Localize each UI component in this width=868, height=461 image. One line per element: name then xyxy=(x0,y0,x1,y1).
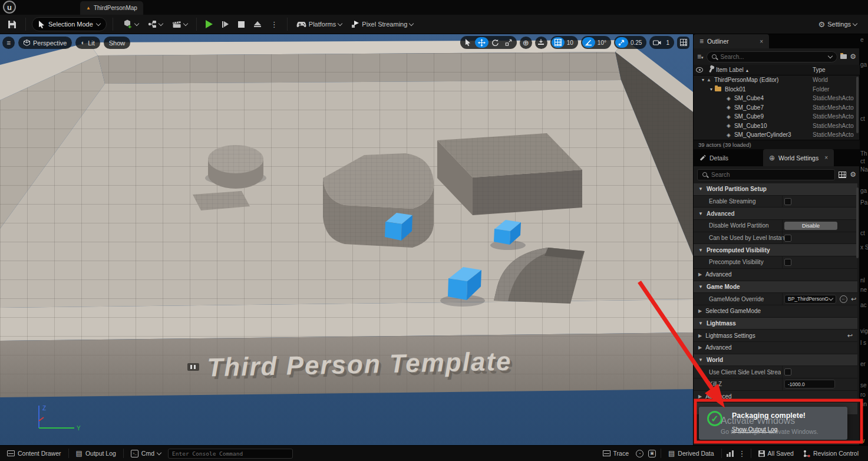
outliner-row-actor[interactable]: ◈ SM_Cube7 StaticMeshActor xyxy=(694,103,857,113)
outliner-row-actor[interactable]: ◈ SM_Cube9 StaticMeshActor xyxy=(694,112,857,121)
blueprints-button[interactable] xyxy=(145,18,166,30)
pin-column-header[interactable] xyxy=(705,67,716,73)
close-icon[interactable]: × xyxy=(760,38,763,45)
type-column-header[interactable]: Type xyxy=(813,67,826,73)
screenshot-icon[interactable]: ▣ xyxy=(648,450,656,457)
tab-outliner[interactable]: ≡ Outliner × xyxy=(694,34,769,48)
section-game-mode[interactable]: ▼ Game Mode xyxy=(694,281,857,294)
section-advanced[interactable]: ▼ Advanced xyxy=(694,208,857,220)
gamemode-override-dropdown[interactable]: BP_ThirdPersonG xyxy=(784,295,836,304)
details-settings-gear-icon[interactable]: ⚙ xyxy=(850,171,856,178)
outliner-row-actor[interactable]: ◈ SM_Cube10 StaticMeshActor xyxy=(694,121,857,131)
row-advanced-collapsed[interactable]: ▶ Advanced xyxy=(694,391,857,403)
all-saved-button[interactable]: All Saved xyxy=(756,449,796,458)
rotate-tool-button[interactable] xyxy=(489,37,502,48)
surface-snapping-button[interactable] xyxy=(535,37,547,49)
derived-data-button[interactable]: ▤ Derived Data xyxy=(666,449,717,458)
precompute-visibility-checkbox[interactable] xyxy=(784,259,791,266)
level-icon: ▲ xyxy=(86,6,91,11)
section-lightmass[interactable]: ▼ Lightmass xyxy=(694,318,857,330)
platforms-dropdown[interactable]: Platforms xyxy=(293,19,345,30)
level-tab[interactable]: ▲ ThirdPersonMap xyxy=(80,1,143,15)
show-output-log-link[interactable]: Show Output Log xyxy=(732,426,777,433)
section-world[interactable]: ▼ World xyxy=(694,354,857,367)
billboard-gizmo[interactable] xyxy=(187,363,199,371)
eject-button[interactable] xyxy=(251,19,264,29)
outliner-row-actor[interactable]: ◈ SM_Cube4 StaticMeshActor xyxy=(694,94,857,103)
cylinder-actor[interactable] xyxy=(208,145,263,189)
pixel-streaming-dropdown[interactable]: Pixel Streaming xyxy=(348,18,416,30)
camera-speed-control[interactable]: 1 xyxy=(649,36,674,49)
level-instance-checkbox[interactable] xyxy=(784,235,791,242)
disable-button[interactable]: Disable xyxy=(784,222,837,230)
add-actor-button[interactable]: + xyxy=(119,18,141,31)
reset-to-default-icon[interactable]: ↩ xyxy=(847,332,853,339)
outliner-row-world[interactable]: ▾ ▲ ThirdPersonMap (Editor) World xyxy=(694,75,857,85)
view-mode-dropdown[interactable]: ◐ Lit xyxy=(75,37,100,49)
performance-chart-icon[interactable] xyxy=(727,450,734,457)
revision-control-button[interactable]: Revision Control xyxy=(801,449,861,459)
outliner-toolbar: ≡▾ ⚙ xyxy=(694,48,860,65)
settings-dropdown[interactable]: ⚙ Settings xyxy=(816,19,860,30)
show-dropdown[interactable]: Show xyxy=(104,37,131,49)
cmd-dropdown[interactable]: >_ Cmd xyxy=(128,449,163,459)
perspective-dropdown[interactable]: Perspective xyxy=(18,37,72,49)
row-advanced-collapsed[interactable]: ▶ Advanced xyxy=(694,269,857,281)
display-options-icon[interactable] xyxy=(839,172,846,178)
outliner-scrollbar[interactable] xyxy=(856,77,859,133)
row-selected-gamemode[interactable]: ▶ Selected GameMode xyxy=(694,305,857,318)
section-precomputed-visibility[interactable]: ▼ Precomputed Visibility xyxy=(694,244,857,256)
content-drawer-button[interactable]: Content Drawer xyxy=(5,449,64,458)
outliner-row-folder[interactable]: ▾ Block01 Folder xyxy=(694,85,857,94)
outliner-row-actor[interactable]: ◈ SM_QuarterCylinder3 StaticMeshActor xyxy=(694,130,857,140)
new-folder-icon[interactable] xyxy=(840,53,847,60)
row-lightmass-settings[interactable]: ▶ Lightmass Settings ↩ xyxy=(694,330,857,342)
outliner-settings-gear-icon[interactable]: ⚙ xyxy=(850,53,856,60)
maximize-viewport-button[interactable] xyxy=(677,37,689,49)
viewport-options-menu[interactable]: ≡ xyxy=(2,37,15,49)
selection-mode-dropdown[interactable]: Selection Mode xyxy=(32,17,107,31)
enable-streaming-checkbox[interactable] xyxy=(784,198,791,205)
play-button[interactable] xyxy=(203,18,216,30)
scale-snap-control[interactable]: 0.25 xyxy=(614,36,646,49)
tab-world-settings[interactable]: ⊕ World Settings × xyxy=(763,149,834,166)
static-mesh-icon: ◈ xyxy=(727,96,731,101)
close-icon[interactable]: × xyxy=(824,154,828,161)
section-world-partition-setup[interactable]: ▼ World Partition Setup xyxy=(694,183,857,196)
frame-skip-button[interactable] xyxy=(219,19,232,29)
row-advanced-collapsed[interactable]: ▶ Advanced xyxy=(694,342,857,354)
expand-chevron-icon[interactable]: ▾ xyxy=(702,77,704,83)
trace-button[interactable]: Trace xyxy=(600,449,631,458)
scale-tool-button[interactable] xyxy=(502,37,516,48)
save-button[interactable] xyxy=(5,18,19,31)
item-label-column-header[interactable]: Item Label ▲ xyxy=(716,67,749,73)
cinematics-button[interactable] xyxy=(169,18,190,30)
console-command-input[interactable] xyxy=(168,449,293,459)
client-side-streaming-checkbox[interactable] xyxy=(784,368,791,376)
statusbar-kebab-menu[interactable]: ⋮ xyxy=(738,449,746,458)
stop-button[interactable] xyxy=(235,19,247,29)
rotation-snap-control[interactable]: 10° xyxy=(581,36,611,49)
hamburger-icon: ≡ xyxy=(6,39,11,47)
grid-snap-control[interactable]: 10 xyxy=(550,36,578,49)
select-tool-button[interactable] xyxy=(461,37,475,48)
insights-timer-icon[interactable]: ◔ xyxy=(636,450,643,457)
expand-chevron-icon[interactable]: ▾ xyxy=(710,87,712,92)
details-search-box[interactable] xyxy=(697,169,835,180)
world-local-toggle[interactable]: ⊕ xyxy=(520,37,532,49)
outliner-search-input[interactable] xyxy=(720,53,826,61)
visibility-column-header[interactable] xyxy=(694,67,705,73)
tab-details[interactable]: Details xyxy=(694,149,763,166)
details-scrollbar[interactable] xyxy=(856,187,859,258)
kill-z-field[interactable]: -1000.0 xyxy=(784,380,835,388)
viewport-3d-scene[interactable]: Third Person Template Third Person Templ… xyxy=(0,34,693,445)
move-tool-button[interactable] xyxy=(475,37,489,48)
play-options-kebab-menu[interactable]: ⋮ xyxy=(268,18,281,31)
reset-to-default-icon[interactable]: ↩ xyxy=(851,296,856,302)
browse-to-asset-icon[interactable]: ← xyxy=(840,295,847,303)
output-log-button[interactable]: ▤ Output Log xyxy=(74,449,118,458)
outliner-search-box[interactable] xyxy=(707,51,838,62)
unreal-engine-logo-icon[interactable]: u xyxy=(3,1,16,14)
filter-icon[interactable]: ≡▾ xyxy=(697,53,704,60)
details-search-input[interactable] xyxy=(710,171,830,179)
